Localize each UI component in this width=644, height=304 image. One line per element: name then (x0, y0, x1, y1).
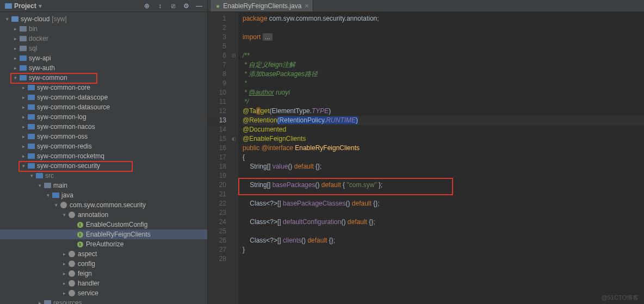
tree-label: docker (29, 35, 48, 42)
tree-label: syw-common-core (37, 84, 90, 91)
gutter-icons: ⊟◐ (230, 12, 238, 304)
tree-label: syw-cloud (21, 15, 49, 23)
tree-row[interactable]: ▸service (0, 288, 207, 298)
folder-icon (19, 35, 27, 42)
chevron-right-icon[interactable]: ▸ (21, 85, 26, 90)
tree-label: syw-common-datasource (37, 103, 110, 111)
chevron-right-icon[interactable]: ▸ (13, 26, 18, 32)
tree-row[interactable]: ▾annotation (0, 210, 207, 220)
chevron-right-icon[interactable]: ▸ (37, 300, 42, 304)
tree-row[interactable]: ▸sql (0, 44, 207, 53)
chevron-right-icon[interactable]: ▸ (13, 46, 18, 51)
tree-row[interactable]: ▸syw-auth (0, 63, 207, 73)
chevron-down-icon[interactable]: ▾ (4, 16, 10, 22)
project-panel-header: Project ▾ ⊕ ↕ ⎚ ⚙ — (0, 0, 207, 12)
project-tree[interactable]: ▾syw-cloud [syw]▸bin▸docker▸sql▸syw-api▸… (0, 12, 207, 304)
code-area[interactable]: package com.syw.common.security.annotati… (238, 12, 644, 304)
tree-row[interactable]: ▸syw-common-core (0, 83, 207, 92)
tree-row[interactable]: ▸syw-common-rocketmq (0, 151, 207, 161)
gear-icon[interactable]: ⚙ (182, 2, 190, 10)
tree-row[interactable]: ▸bin (0, 24, 207, 34)
tree-label: handler (78, 280, 100, 287)
src-icon (35, 172, 43, 179)
src-icon (27, 94, 35, 101)
tree-row[interactable]: ▾com.syw.common.security (0, 200, 207, 210)
project-icon (4, 3, 12, 9)
tree-row[interactable]: ▸IPreAuthorize (0, 239, 207, 249)
tree-row[interactable]: ▸syw-common-redis (0, 141, 207, 151)
chevron-down-icon[interactable]: ▾ (21, 163, 26, 169)
line-gutter: 1235678910111213141516171819202122232425… (208, 12, 230, 304)
chevron-right-icon[interactable]: ▸ (13, 65, 18, 71)
chevron-right-icon[interactable]: ▸ (61, 261, 67, 266)
tree-label: feign (78, 270, 92, 277)
tree-label: syw-common-redis (37, 142, 92, 150)
tree-row[interactable]: ▸IEnableRyFeignClients (0, 229, 207, 239)
tree-row[interactable]: ▾syw-common (0, 73, 207, 83)
chevron-right-icon[interactable]: ▸ (21, 95, 26, 100)
tree-label: syw-common-datascope (37, 94, 108, 101)
select-target-icon[interactable]: ⊕ (143, 2, 151, 10)
pkg-icon (68, 260, 76, 267)
chevron-right-icon[interactable]: ▸ (61, 281, 67, 286)
chevron-down-icon[interactable]: ▾ (29, 173, 34, 178)
tree-row[interactable]: ▾syw-common-security (0, 161, 207, 171)
tree-row[interactable]: ▾main (0, 181, 207, 190)
src-icon (27, 163, 35, 169)
dropdown-icon[interactable]: ▾ (39, 2, 42, 10)
chevron-down-icon[interactable]: ▾ (53, 202, 59, 208)
tree-row[interactable]: ▾syw-cloud [syw] (0, 14, 207, 24)
chevron-right-icon[interactable]: ▸ (21, 153, 26, 159)
editor-tab[interactable]: ● EnableRyFeignClients.java × (211, 0, 313, 11)
chevron-right-icon[interactable]: ▸ (21, 124, 26, 129)
src-icon (27, 143, 35, 150)
chevron-down-icon[interactable]: ▾ (13, 75, 18, 80)
sort-icon[interactable]: ↕ (156, 2, 164, 10)
java-icon: I (76, 231, 84, 238)
tree-row[interactable]: ▸syw-common-datascope (0, 92, 207, 102)
tree-row[interactable]: ▸aspect (0, 249, 207, 259)
tree-row[interactable]: ▸handler (0, 278, 207, 288)
tree-row[interactable]: ▾java (0, 190, 207, 200)
tree-row[interactable]: ▸syw-common-datasource (0, 102, 207, 112)
tree-row[interactable]: ▸feign (0, 269, 207, 278)
split-icon[interactable]: ⎚ (169, 2, 177, 10)
tree-label: main (53, 182, 67, 189)
folder-icon (19, 45, 27, 52)
tree-row[interactable]: ▾src (0, 171, 207, 181)
root-icon (11, 16, 18, 22)
src-icon (19, 75, 27, 81)
chevron-right-icon[interactable]: ▸ (21, 114, 26, 120)
chevron-right-icon[interactable]: ▸ (21, 144, 26, 149)
chevron-right-icon[interactable]: ▸ (13, 36, 18, 41)
src-icon (27, 153, 35, 159)
tree-row[interactable]: ▸syw-common-log (0, 112, 207, 122)
chevron-right-icon[interactable]: ▸ (61, 271, 67, 276)
tree-row[interactable]: ▸config (0, 259, 207, 269)
tree-label: syw-common-oss (37, 133, 88, 140)
src-icon (52, 192, 59, 198)
tree-label: src (45, 172, 54, 179)
tree-label: sql (29, 45, 37, 52)
collapse-icon[interactable]: — (195, 2, 203, 10)
chevron-right-icon[interactable]: ▸ (61, 251, 67, 257)
chevron-down-icon[interactable]: ▾ (37, 183, 42, 188)
tree-row[interactable]: ▸resources (0, 298, 207, 304)
chevron-right-icon[interactable]: ▸ (21, 134, 26, 139)
tree-row[interactable]: ▸syw-common-oss (0, 132, 207, 141)
tree-row[interactable]: ▸syw-api (0, 53, 207, 63)
chevron-right-icon[interactable]: ▸ (61, 290, 67, 296)
tree-row[interactable]: ▸IEnableCustomConfig (0, 220, 207, 229)
chevron-down-icon[interactable]: ▾ (61, 212, 67, 218)
tab-label: EnableRyFeignClients.java (223, 2, 301, 10)
chevron-down-icon[interactable]: ▾ (45, 193, 51, 198)
tree-label: config (78, 260, 95, 268)
tree-label: EnableRyFeignClients (86, 231, 151, 238)
tree-row[interactable]: ▸syw-common-nacos (0, 122, 207, 132)
chevron-right-icon[interactable]: ▸ (21, 104, 26, 110)
tree-row[interactable]: ▸docker (0, 34, 207, 44)
chevron-right-icon[interactable]: ▸ (13, 55, 18, 61)
tree-label: annotation (78, 211, 108, 219)
src-icon (27, 84, 35, 91)
close-icon[interactable]: × (305, 2, 308, 10)
